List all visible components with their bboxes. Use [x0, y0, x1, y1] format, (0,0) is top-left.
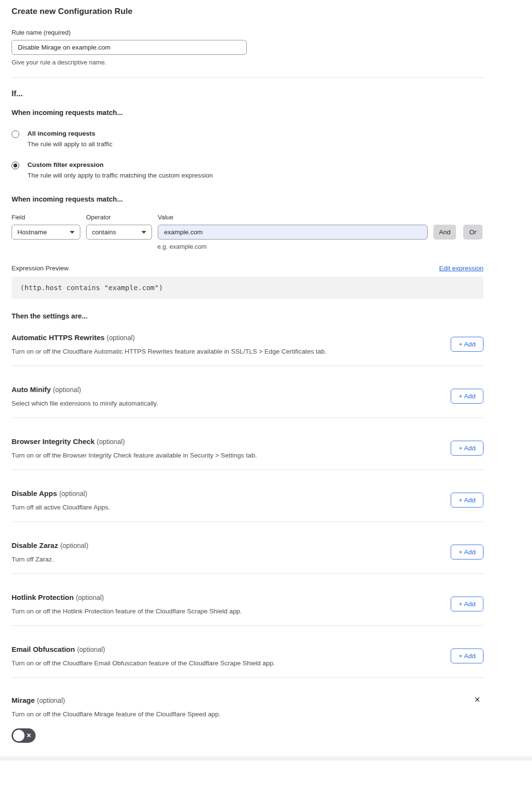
rule-name-label: Rule name (required)	[12, 29, 483, 36]
radio-description: The rule will only apply to traffic matc…	[27, 172, 213, 179]
chevron-down-icon	[70, 231, 75, 234]
setting-title: Auto Minify	[12, 385, 51, 394]
setting-optional-label: (optional)	[53, 386, 81, 394]
setting-row: Automatic HTTPS Rewrites (optional) Turn…	[12, 320, 483, 366]
setting-title: Disable Zaraz	[12, 541, 58, 549]
setting-title: Browser Integrity Check	[12, 437, 95, 445]
setting-optional-label: (optional)	[76, 594, 104, 601]
setting-description: Turn off all active Cloudflare Apps.	[12, 504, 110, 511]
setting-description: Turn on or off the Browser Integrity Che…	[12, 452, 257, 459]
add-button[interactable]: + Add	[451, 441, 483, 456]
if-heading: If...	[12, 89, 483, 98]
rule-name-input[interactable]	[12, 40, 247, 55]
or-button[interactable]: Or	[463, 225, 482, 240]
value-input[interactable]	[158, 225, 428, 240]
setting-description: Turn on or off the Cloudflare Email Obfu…	[12, 660, 275, 667]
expression-preview-label: Expression Preview	[12, 265, 69, 272]
expression-builder: When incoming requests match... Field Op…	[12, 195, 483, 250]
value-label: Value	[158, 214, 483, 221]
setting-row: Disable Zaraz (optional) Turn off Zaraz.…	[12, 522, 483, 574]
builder-heading: When incoming requests match...	[12, 195, 483, 203]
close-icon[interactable]: ✕	[474, 696, 481, 704]
add-button[interactable]: + Add	[451, 648, 483, 663]
add-button[interactable]: + Add	[451, 493, 483, 508]
radio-description: The rule will apply to all traffic	[27, 140, 113, 148]
operator-select[interactable]: contains	[86, 225, 152, 240]
setting-row: Browser Integrity Check (optional) Turn …	[12, 418, 483, 470]
setting-description: Turn on or off the Hotlink Protection fe…	[12, 608, 242, 615]
settings-list: Automatic HTTPS Rewrites (optional) Turn…	[12, 320, 483, 678]
setting-description: Turn off Zaraz.	[12, 556, 89, 563]
setting-description: Turn on or off the Cloudflare Automatic …	[12, 348, 327, 355]
setting-optional-label: (optional)	[77, 646, 105, 653]
toggle-off-x-icon: ✕	[26, 733, 31, 738]
add-button[interactable]: + Add	[451, 389, 483, 404]
expression-preview-code: (http.host contains "example.com")	[12, 277, 483, 299]
setting-row: Auto Minify (optional) Select which file…	[12, 366, 483, 418]
settings-heading: Then the settings are...	[12, 312, 483, 320]
setting-description: Turn on or off the Cloudflare Mirage fea…	[12, 711, 483, 718]
radio-label: Custom filter expression	[27, 161, 213, 168]
setting-optional-label: (optional)	[97, 438, 125, 445]
setting-title: Disable Apps	[12, 489, 57, 497]
operator-select-value: contains	[92, 229, 116, 236]
setting-optional-label: (optional)	[107, 334, 135, 342]
setting-mirage-expanded: Mirage (optional) ✕ Turn on or off the C…	[12, 678, 483, 750]
mirage-toggle[interactable]: ✕	[12, 728, 36, 743]
setting-title: Hotlink Protection	[12, 593, 74, 601]
rule-name-helper: Give your rule a descriptive name.	[12, 59, 483, 66]
add-button[interactable]: + Add	[451, 545, 483, 559]
setting-row: Email Obfuscation (optional) Turn on or …	[12, 626, 483, 678]
setting-row: Disable Apps (optional) Turn off all act…	[12, 470, 483, 522]
toggle-knob[interactable]	[13, 730, 25, 741]
setting-title: Email Obfuscation	[12, 645, 75, 653]
field-select[interactable]: Hostname	[12, 225, 80, 240]
radio-custom-filter-expression[interactable]: Custom filter expression The rule will o…	[12, 161, 483, 179]
radio-circle-icon[interactable]	[12, 130, 19, 138]
setting-row: Hotlink Protection (optional) Turn on or…	[12, 574, 483, 626]
setting-title: Automatic HTTPS Rewrites	[12, 333, 104, 342]
field-select-value: Hostname	[17, 229, 47, 236]
chevron-down-icon	[141, 231, 146, 234]
field-label: Field	[12, 214, 86, 221]
setting-description: Select which file extensions to minify a…	[12, 400, 158, 407]
match-heading: When incoming requests match...	[12, 109, 483, 116]
radio-label: All incoming requests	[27, 130, 113, 137]
value-hint: e.g. example.com	[157, 243, 483, 250]
radio-circle-icon[interactable]	[12, 162, 19, 169]
operator-label: Operator	[86, 214, 158, 221]
setting-optional-label: (optional)	[37, 697, 65, 704]
section-divider	[12, 77, 483, 78]
edit-expression-link[interactable]: Edit expression	[439, 265, 483, 272]
radio-all-incoming-requests[interactable]: All incoming requests The rule will appl…	[12, 130, 483, 148]
setting-optional-label: (optional)	[59, 490, 87, 497]
page-title: Create new Configuration Rule	[12, 0, 483, 16]
add-button[interactable]: + Add	[451, 597, 483, 611]
and-button[interactable]: And	[433, 225, 456, 240]
add-button[interactable]: + Add	[451, 337, 483, 352]
setting-title: Mirage	[12, 696, 35, 704]
page-footer-strip	[0, 756, 532, 761]
setting-optional-label: (optional)	[60, 542, 88, 549]
